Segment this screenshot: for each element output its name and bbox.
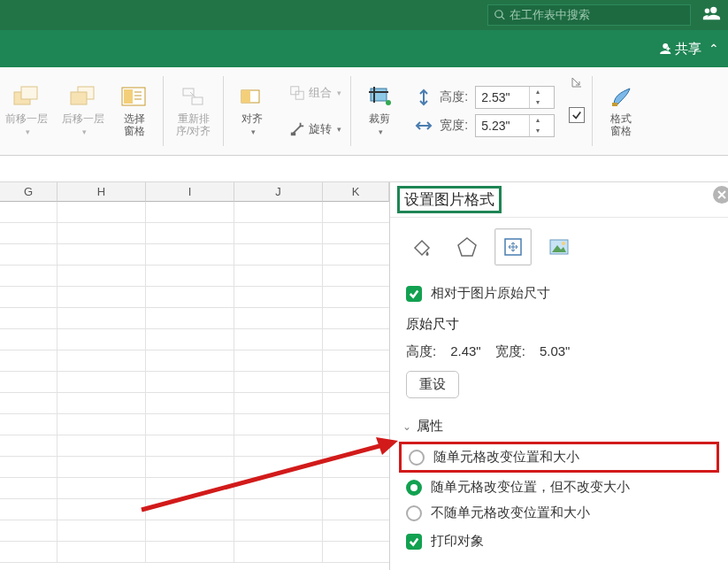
height-icon — [415, 89, 433, 106]
height-spinner[interactable]: ▴▾ — [475, 86, 555, 109]
rotate-button[interactable]: 旋转 ▾ — [286, 119, 345, 139]
share-label: 共享 — [675, 41, 701, 58]
svg-rect-14 — [296, 91, 304, 99]
dropdown-arrow-icon: ▾ — [26, 127, 30, 137]
radio-icon — [406, 480, 422, 496]
reorder-icon — [178, 85, 210, 110]
lock-aspect-checkbox[interactable] — [569, 107, 585, 123]
bring-forward-button[interactable]: 前移一层 ▾ — [0, 83, 53, 140]
share-bar: 共享 ⌃ — [0, 30, 728, 67]
svg-rect-10 — [192, 97, 203, 104]
reset-button[interactable]: 重设 — [406, 371, 459, 398]
panel-tabs — [390, 218, 728, 273]
width-input[interactable] — [476, 115, 529, 136]
spin-down[interactable]: ▾ — [530, 97, 545, 108]
rotate-icon — [289, 121, 305, 137]
format-picture-panel: 设置图片格式 相对于图片原始尺寸 — [389, 182, 728, 570]
col-hdr[interactable]: J — [234, 182, 323, 202]
group-icon — [289, 85, 305, 101]
ribbon: 前移一层 ▾ 后移一层 ▾ 选择 窗格 重新排 序/对齐 对齐 ▾ — [0, 67, 728, 156]
tab-effects[interactable] — [448, 228, 486, 266]
check-icon — [409, 289, 419, 299]
send-backward-button[interactable]: 后移一层 ▾ — [57, 83, 110, 140]
svg-rect-16 — [371, 89, 387, 101]
relative-size-label: 相对于图片原始尺寸 — [431, 285, 550, 302]
panel-title: 设置图片格式 — [399, 188, 500, 212]
title-bar: 在工作表中搜索 — [0, 0, 728, 30]
col-hdr[interactable]: I — [146, 182, 234, 202]
align-icon — [236, 85, 268, 110]
tab-size-properties[interactable] — [494, 228, 532, 266]
search-placeholder: 在工作表中搜索 — [510, 7, 590, 23]
print-object-label: 打印对象 — [431, 533, 484, 550]
height-input[interactable] — [476, 87, 529, 108]
sheet-search-input[interactable]: 在工作表中搜索 — [487, 4, 691, 26]
svg-rect-3 — [71, 92, 87, 104]
spin-down[interactable]: ▾ — [530, 126, 545, 136]
crop-button[interactable]: 裁剪 ▾ — [358, 83, 401, 139]
orig-width-label: 宽度: — [495, 343, 525, 360]
reorder-align-button[interactable]: 重新排 序/对齐 — [171, 83, 216, 140]
width-spinner[interactable]: ▴▾ — [475, 114, 555, 137]
radio-move-only[interactable]: 随单元格改变位置，但不改变大小 — [390, 474, 728, 500]
col-hdr[interactable]: H — [57, 182, 146, 202]
account-icon[interactable] — [701, 4, 721, 27]
format-pane-button[interactable]: 格式 窗格 — [600, 83, 642, 140]
col-hdr[interactable]: G — [0, 182, 57, 202]
col-hdr[interactable]: K — [323, 182, 389, 202]
group-button[interactable]: 组合 ▾ — [286, 83, 345, 103]
radio-dont-move[interactable]: 不随单元格改变位置和大小 — [390, 500, 728, 526]
picture-icon — [548, 235, 571, 258]
properties-section-header[interactable]: ⌄ 属性 — [390, 405, 728, 440]
check-icon — [571, 110, 582, 120]
radio-icon — [406, 505, 422, 521]
formula-bar[interactable] — [0, 156, 728, 182]
size-icon — [502, 235, 525, 258]
tab-fill[interactable] — [402, 228, 440, 266]
orig-width-value: 5.03" — [540, 343, 571, 360]
svg-rect-12 — [241, 90, 250, 103]
width-icon — [415, 117, 433, 135]
orig-height-label: 高度: — [406, 343, 436, 360]
relative-size-checkbox[interactable] — [406, 286, 422, 302]
spin-up[interactable]: ▴ — [530, 87, 545, 97]
format-pane-icon — [605, 85, 637, 110]
tab-picture[interactable] — [540, 228, 578, 266]
send-backward-icon — [67, 85, 99, 110]
svg-rect-18 — [612, 103, 617, 106]
panel-close-button[interactable] — [713, 186, 728, 204]
column-headers: G H I J K — [0, 182, 389, 202]
original-size-header: 原始尺寸 — [406, 307, 712, 338]
collapse-ribbon-chevron-icon[interactable]: ⌃ — [709, 42, 719, 56]
radio-icon — [409, 450, 425, 466]
height-label: 高度: — [440, 89, 468, 105]
spin-up[interactable]: ▴ — [530, 115, 545, 126]
orig-height-value: 2.43" — [450, 343, 481, 360]
selection-pane-icon — [119, 85, 150, 110]
selection-pane-button[interactable]: 选择 窗格 — [113, 83, 156, 140]
svg-point-25 — [562, 242, 565, 245]
pentagon-icon — [456, 235, 479, 258]
dropdown-arrow-icon: ▾ — [251, 127, 256, 137]
align-button[interactable]: 对齐 ▾ — [231, 83, 273, 139]
radio-move-size[interactable]: 随单元格改变位置和大小 — [405, 446, 713, 468]
crop-icon — [364, 85, 395, 110]
svg-point-17 — [386, 100, 391, 105]
width-label: 宽度: — [440, 118, 468, 134]
chevron-down-icon: ⌄ — [402, 420, 411, 433]
worksheet-grid[interactable]: G H I J K — [0, 182, 389, 570]
dropdown-arrow-icon: ▾ — [82, 127, 87, 137]
dropdown-arrow-icon: ▾ — [337, 89, 341, 97]
print-object-checkbox[interactable] — [406, 534, 422, 550]
dropdown-arrow-icon: ▾ — [379, 127, 383, 137]
close-icon — [717, 190, 726, 199]
paint-bucket-icon — [410, 235, 433, 258]
size-dialog-launcher-icon[interactable] — [569, 74, 585, 90]
svg-marker-21 — [458, 238, 476, 256]
check-icon — [409, 536, 419, 547]
svg-rect-15 — [291, 133, 295, 136]
bring-forward-icon — [11, 85, 42, 110]
share-button[interactable]: 共享 — [655, 41, 701, 58]
svg-rect-13 — [291, 87, 299, 95]
svg-rect-1 — [21, 87, 37, 99]
